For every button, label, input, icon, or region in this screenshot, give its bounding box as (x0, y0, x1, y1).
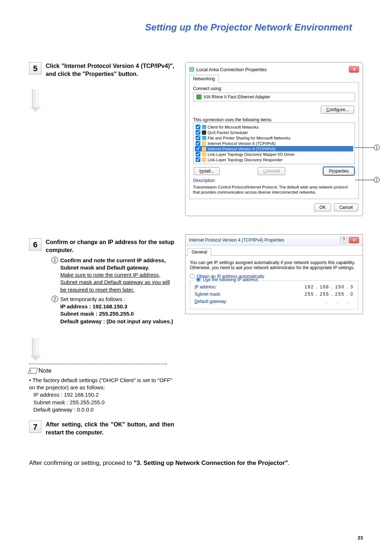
arrow-down-icon (32, 338, 38, 356)
connect-using-label: Connect using: (193, 86, 355, 91)
note-line-2: Subnet mask : 255.255.255.0 (33, 399, 174, 406)
step-5-number: 5 (29, 62, 41, 74)
description-text: Transmission Control Protocol/Internet P… (193, 185, 355, 195)
close-button[interactable]: ✕ (349, 66, 359, 73)
step-6: 6 Confirm or change an IP address for th… (29, 238, 174, 327)
adapter-name: VIA Rhine II Fast Ethernet Adapter (204, 94, 270, 100)
close-button[interactable]: ✕ (349, 237, 359, 243)
step6-mask: Subnet mask : 255.255.255.0 (60, 311, 134, 317)
item-fileprint[interactable]: File and Printer Sharing for Microsoft N… (195, 135, 353, 141)
note-line-3: Default gateway : 0.0.0.0 (33, 406, 174, 413)
ok-button[interactable]: OK (314, 203, 331, 211)
step6-sub2-lead: Set temporarily as follows : (60, 296, 125, 302)
general-tab[interactable]: General (188, 248, 211, 256)
step6-sub1-bold: Confirm and note the current IP address,… (60, 257, 166, 271)
install-button[interactable]: Install... (194, 167, 220, 175)
step6-gw: Default gateway : (Do not input any valu… (60, 318, 173, 324)
dialog-icon (189, 67, 194, 72)
adapter-field[interactable]: VIA Rhine II Fast Ethernet Adapter (193, 93, 355, 101)
adapter-icon (196, 94, 201, 100)
step-5-text: Click "Internet Protocol Version 4 (TCP/… (46, 62, 174, 78)
item-lltd-mapper[interactable]: Link-Layer Topology Discovery Mapper I/O… (195, 151, 353, 157)
step-5: 5 Click "Internet Protocol Version 4 (TC… (29, 62, 174, 78)
properties-button[interactable]: Properties (323, 167, 354, 175)
callout-line-1 (355, 147, 374, 148)
callout-2: 2 (374, 177, 380, 183)
networking-tab[interactable]: Networking (189, 75, 219, 82)
circled-1-icon: 1 (52, 257, 58, 263)
item-ipv4-selected[interactable]: Internet Protocol Version 4 (TCP/IPv4) (195, 146, 353, 151)
page-number: 23 (358, 535, 363, 540)
item-lltd-responder[interactable]: Link-Layer Topology Discovery Responder (195, 157, 353, 162)
items-label: This connection uses the following items… (193, 117, 355, 122)
dialog-title: Local Area Connection Properties (196, 67, 267, 72)
radio-use-following[interactable]: Use the following IP address: (195, 277, 261, 282)
circled-2-icon: 2 (52, 296, 58, 302)
step6-ip: IP address : 192.168.150.3 (60, 303, 127, 309)
step-7: 7 After setting, click the "OK" button, … (29, 421, 174, 437)
callout-1: 1 (374, 145, 380, 150)
subnet-mask-row[interactable]: Subnet mask: 255 . 255 . 255 . 0 (195, 292, 354, 297)
description-label: Description (193, 178, 355, 183)
uninstall-button: Uninstall (258, 167, 285, 175)
note-label: Note (29, 367, 174, 374)
item-qos[interactable]: QoS Packet Scheduler (195, 130, 353, 135)
note-body: • The factory default settings ("DHCP Cl… (29, 377, 174, 413)
note-icon (28, 368, 38, 374)
connection-items-list[interactable]: Client for Microsoft Networks QoS Packet… (193, 122, 355, 164)
ipv4-intro: You can get IP settings assigned automat… (190, 260, 358, 270)
cancel-button[interactable]: Cancel (334, 203, 358, 211)
note-separator (29, 364, 167, 364)
configure-button[interactable]: Configure... (321, 106, 354, 114)
bottom-instruction: After confirming or setting, proceed to … (29, 459, 363, 467)
callout-line-2 (355, 180, 374, 180)
item-ipv6[interactable]: Internet Protocol Version 6 (TCP/IPv6) (195, 141, 353, 146)
step6-sub1-body: Make sure to note the current IP address… (60, 272, 170, 293)
help-button[interactable]: ? (340, 237, 347, 243)
step-6-text: Confirm or change an IP address for the … (46, 238, 174, 255)
ip-address-row[interactable]: IP address: 192 . 168 . 150 . 3 (195, 284, 354, 289)
default-gateway-row[interactable]: Default gateway: . . . (195, 299, 354, 304)
step-6-number: 6 (29, 238, 41, 251)
dialog2-title: Internet Protocol Version 4 (TCP/IPv4) P… (189, 238, 284, 243)
ipv4-properties-dialog: Internet Protocol Version 4 (TCP/IPv4) P… (185, 234, 363, 314)
step-7-number: 7 (29, 421, 41, 433)
arrow-down-icon (32, 89, 38, 108)
note-line-1: IP address : 192.168.150.2 (33, 391, 174, 398)
item-client[interactable]: Client for Microsoft Networks (195, 124, 353, 130)
note-line-0: • The factory default settings ("DHCP Cl… (29, 377, 174, 392)
lan-properties-dialog: Local Area Connection Properties ✕ Netwo… (185, 62, 363, 216)
page-header: Setting up the Projector Network Environ… (29, 22, 352, 33)
step-7-text: After setting, click the "OK" button, an… (46, 421, 174, 437)
